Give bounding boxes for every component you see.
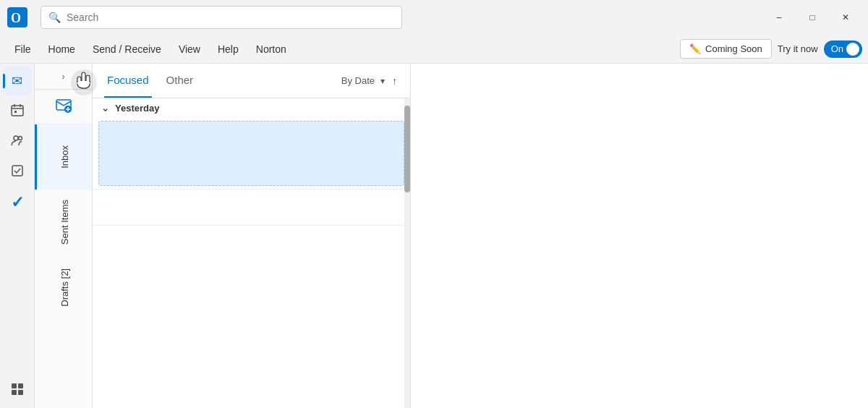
menu-help[interactable]: Help: [209, 39, 247, 59]
calendar-icon: [10, 103, 25, 121]
scroll-thumb[interactable]: [404, 106, 410, 192]
wand-icon: ✏️: [689, 43, 701, 54]
check-icon: ✓: [11, 193, 24, 212]
folder-sidebar: › Inbox Sent Items: [35, 64, 93, 408]
menu-send-receive[interactable]: Send / Receive: [84, 39, 170, 59]
maximize-button[interactable]: □: [796, 6, 829, 29]
email-item-1[interactable]: [98, 121, 404, 186]
sidebar-item-check[interactable]: ✓: [3, 188, 32, 217]
sent-items-label: Sent Items: [59, 200, 70, 245]
folder-list: Inbox Sent Items Drafts [2]: [35, 90, 92, 408]
menu-norton[interactable]: Norton: [247, 39, 295, 59]
menu-bar: File Home Send / Receive View Help Norto…: [0, 35, 868, 64]
svg-text:O: O: [11, 11, 21, 25]
mail-icon: ✉: [12, 73, 22, 89]
toggle-circle: [846, 43, 859, 56]
icon-sidebar: ✉: [0, 64, 35, 408]
sort-area[interactable]: By Date ▾ ↑: [341, 74, 399, 88]
active-indicator: [3, 74, 5, 88]
toggle-label: On: [831, 43, 843, 54]
sidebar-item-tasks[interactable]: [3, 158, 32, 187]
svg-rect-9: [12, 166, 22, 176]
menu-home[interactable]: Home: [40, 39, 84, 59]
sidebar-item-people[interactable]: [3, 127, 32, 156]
drafts-label: Drafts [2]: [59, 268, 70, 307]
folder-sent-items[interactable]: Sent Items: [35, 190, 92, 255]
svg-rect-11: [18, 383, 23, 388]
tab-focused[interactable]: Focused: [104, 64, 152, 98]
svg-rect-2: [12, 106, 23, 116]
sidebar-item-calendar[interactable]: [3, 97, 32, 126]
coming-soon-button[interactable]: ✏️ Coming Soon: [680, 39, 772, 59]
coming-soon-label: Coming Soon: [705, 43, 762, 54]
tab-bar: Focused Other By Date ▾ ↑: [93, 64, 410, 98]
sidebar-item-mail[interactable]: ✉: [3, 67, 32, 95]
svg-rect-10: [12, 383, 17, 388]
email-item-3[interactable]: [93, 225, 410, 261]
new-mail-icon[interactable]: [55, 96, 72, 117]
sidebar-expand-button[interactable]: ›: [35, 64, 92, 90]
toggle-on-button[interactable]: On: [824, 41, 862, 58]
section-label: Yesterday: [115, 103, 159, 114]
email-list-area: Focused Other By Date ▾ ↑ ⌄ Yesterday: [93, 64, 411, 408]
main-layout: ✉: [0, 64, 868, 408]
menu-view[interactable]: View: [170, 39, 209, 59]
apps-icon: [10, 382, 25, 400]
email-item-2[interactable]: [93, 189, 410, 225]
search-icon: 🔍: [48, 12, 61, 23]
svg-rect-13: [18, 390, 23, 395]
sort-direction-button[interactable]: ↑: [391, 74, 399, 88]
sort-by-label: By Date: [341, 75, 375, 86]
svg-point-8: [18, 136, 22, 140]
menu-file[interactable]: File: [6, 39, 40, 59]
svg-rect-6: [14, 111, 17, 113]
search-box[interactable]: 🔍: [41, 6, 402, 29]
chevron-down-icon: ▾: [380, 76, 385, 86]
try-it-now-label: Try it now: [778, 43, 818, 54]
tasks-icon: [10, 163, 25, 182]
scroll-track: [404, 98, 410, 408]
section-header-yesterday: ⌄ Yesterday: [93, 98, 410, 118]
expand-icon: ›: [62, 72, 65, 82]
people-icon: [10, 133, 25, 151]
svg-rect-12: [12, 390, 17, 395]
minimize-button[interactable]: –: [762, 6, 796, 29]
title-bar-controls: – □ ✕: [762, 6, 862, 29]
folder-drafts[interactable]: Drafts [2]: [35, 255, 92, 320]
tab-other[interactable]: Other: [163, 64, 197, 98]
reading-pane: [411, 64, 868, 408]
sidebar-item-apps[interactable]: [3, 376, 32, 405]
close-button[interactable]: ✕: [829, 6, 862, 29]
title-bar: O 🔍 – □ ✕: [0, 0, 868, 35]
email-list-scroll[interactable]: ⌄ Yesterday: [93, 98, 410, 408]
collapse-icon[interactable]: ⌄: [101, 103, 109, 114]
inbox-label: Inbox: [59, 145, 70, 169]
coming-soon-area: ✏️ Coming Soon Try it now On: [680, 39, 862, 59]
search-input[interactable]: [67, 12, 394, 23]
outlook-logo: O: [6, 6, 29, 29]
svg-point-7: [14, 136, 18, 140]
folder-inbox[interactable]: Inbox: [35, 124, 92, 190]
